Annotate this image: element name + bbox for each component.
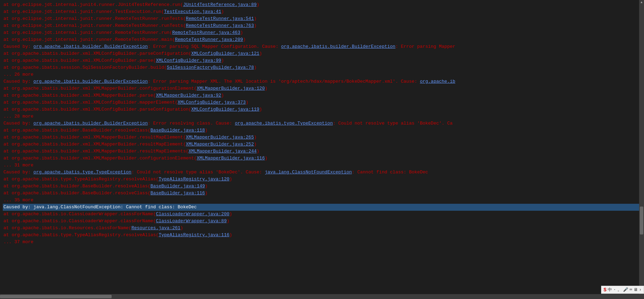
ime-toolbar: S 中 · 。 🎤 ⌨ 🖥 › [601, 286, 644, 294]
file-link[interactable]: ClassLoaderWrapper.java:200 [156, 211, 230, 217]
scroll-up-arrow[interactable]: ▲ [639, 0, 644, 5]
file-link[interactable]: TypeAliasRegistry.java:116 [159, 232, 230, 238]
method-text: org.apache.ibatis.builder.xml.XMLConfigB… [12, 100, 178, 105]
console-line-25: Caused by: org.apache.ibatis.type.TypeEx… [3, 169, 644, 176]
line-suffix: ) [254, 142, 257, 147]
exception-class-link[interactable]: org.apache.ibatis.builder.BuilderExcepti… [33, 121, 148, 126]
console-line-13: at org.apache.ibatis.builder.xml.XMLMapp… [3, 85, 644, 92]
method-text: org.apache.ibatis.builder.xml.XMLConfigB… [12, 58, 156, 63]
method-text: org.apache.ibatis.io.Resources.classForN… [12, 225, 131, 231]
console-line-24: ... 31 more [3, 162, 644, 169]
line-suffix: ) [246, 100, 248, 105]
console-line-11: ... 26 more [3, 71, 644, 78]
at-prefix: at [3, 37, 12, 42]
line-suffix: ) [180, 225, 183, 231]
console-line-29: ... 35 more [3, 197, 644, 204]
at-prefix: at [3, 65, 12, 70]
method-text: org.apache.ibatis.type.TypeAliasRegistry… [12, 177, 158, 182]
exception-middle-text: : Error resolving class. Cause: [148, 121, 235, 126]
horizontal-scrollbar[interactable] [0, 294, 644, 299]
file-link[interactable]: XMLConfigBuilder.java:373 [178, 100, 246, 105]
more-text: ... 26 more [3, 72, 33, 77]
ime-comma[interactable]: 。 [617, 287, 622, 293]
file-link[interactable]: BaseBuilder.java:118 [150, 128, 205, 133]
at-prefix: at [3, 135, 12, 140]
at-prefix: at [3, 86, 12, 91]
caused-by-prefix: Caused by: [3, 170, 33, 175]
at-prefix: at [3, 23, 12, 28]
console-line-5: at org.eclipse.jdt.internal.junit.runner… [3, 29, 644, 36]
exception-class-link2[interactable]: org.apache.ib [420, 79, 455, 84]
ime-mic[interactable]: 🎤 [623, 287, 628, 292]
vertical-scrollbar[interactable]: ▲ ▼ [639, 0, 644, 294]
at-prefix: at [3, 184, 12, 189]
console-line-7: Caused by: org.apache.ibatis.builder.Bui… [3, 43, 644, 50]
ime-keyboard[interactable]: ⌨ [630, 287, 632, 292]
file-link[interactable]: JUnit4TestReference.java:89 [183, 2, 257, 7]
more-text: ... 28 more [3, 114, 33, 119]
line-suffix: ) [240, 30, 243, 35]
more-text: ... 31 more [3, 163, 33, 168]
method-text: org.apache.ibatis.io.ClassLoaderWrapper.… [12, 218, 156, 224]
line-suffix: ) [227, 218, 230, 224]
file-link[interactable]: XMLConfigBuilder.java:121 [191, 51, 259, 56]
at-prefix: at [3, 100, 12, 105]
method-text: org.apache.ibatis.io.ClassLoaderWrapper.… [12, 211, 156, 217]
method-text: org.apache.ibatis.builder.xml.XMLMapperB… [12, 156, 197, 161]
at-prefix: at [3, 149, 12, 154]
console-line-22: at org.apache.ibatis.builder.xml.XMLMapp… [3, 148, 644, 155]
ime-screen[interactable]: 🖥 [634, 287, 638, 292]
method-text: org.apache.ibatis.builder.BaseBuilder.re… [12, 190, 150, 196]
exception-class-link[interactable]: org.apache.ibatis.builder.BuilderExcepti… [33, 79, 148, 84]
file-link[interactable]: BaseBuilder.java:116 [150, 190, 205, 196]
h-scroll-thumb[interactable] [0, 295, 112, 298]
file-link[interactable]: ClassLoaderWrapper.java:89 [156, 218, 227, 224]
scroll-thumb[interactable] [640, 207, 643, 234]
exception-class-link2[interactable]: org.apache.ibatis.type.TypeException [235, 121, 333, 126]
file-link[interactable]: BaseBuilder.java:149 [150, 184, 205, 189]
console-line-32: at org.apache.ibatis.io.ClassLoaderWrapp… [3, 218, 644, 225]
ime-arrow[interactable]: › [639, 287, 642, 292]
console-line-8: at org.apache.ibatis.builder.xml.XMLConf… [3, 50, 644, 57]
exception-class-link[interactable]: org.apache.ibatis.builder.BuilderExcepti… [33, 44, 148, 49]
file-link[interactable]: Resources.java:261 [132, 225, 180, 231]
console-line-31: at org.apache.ibatis.io.ClassLoaderWrapp… [3, 211, 644, 218]
method-text: org.apache.ibatis.builder.BaseBuilder.re… [12, 184, 150, 189]
ime-chinese[interactable]: 中 [608, 287, 612, 293]
file-link[interactable]: TypeAliasRegistry.java:120 [159, 177, 230, 182]
line-suffix: ) [221, 58, 224, 63]
console-line-20: at org.apache.ibatis.builder.xml.XMLMapp… [3, 134, 644, 141]
exception-middle-text: : Error parsing SQL Mapper Configuration… [148, 44, 281, 49]
line-suffix: ) [265, 86, 268, 91]
file-link[interactable]: XMLMapperBuilder.java:120 [197, 86, 265, 91]
method-text: org.eclipse.jdt.internal.junit.runner.Re… [12, 37, 175, 42]
file-link[interactable]: XMLMapperBuilder.java:265 [186, 135, 254, 140]
file-link[interactable]: XMLConfigBuilder.java:99 [156, 58, 221, 63]
file-link[interactable]: TestExecution.java:41 [164, 9, 221, 14]
file-link[interactable]: RemoteTestRunner.java:209 [175, 37, 243, 42]
line-suffix: ) [243, 37, 246, 42]
exception-class-link2[interactable]: java.lang.ClassNotFoundException [265, 170, 352, 175]
console-line-23: at org.apache.ibatis.builder.xml.XMLMapp… [3, 155, 644, 162]
file-link[interactable]: RemoteTestRunner.java:763 [186, 23, 254, 28]
file-link[interactable]: XMLMapperBuilder.java:244 [189, 149, 257, 154]
console-container[interactable]: at org.eclipse.jdt.internal.junit4.runne… [0, 0, 644, 299]
exception-class-link[interactable]: org.apache.ibatis.type.TypeException [33, 170, 132, 175]
exception-class-link2[interactable]: org.apache.ibatis.builder.BuilderExcepti… [281, 44, 396, 49]
at-prefix: at [3, 16, 12, 21]
at-prefix: at [3, 232, 12, 238]
line-suffix: ) [259, 51, 262, 56]
at-prefix: at [3, 218, 12, 224]
console-line-28: at org.apache.ibatis.builder.BaseBuilder… [3, 190, 644, 197]
file-link[interactable]: XMLMapperBuilder.java:116 [197, 156, 265, 161]
line-suffix: ) [259, 107, 262, 112]
line-suffix: ) [230, 211, 232, 217]
file-link[interactable]: XMLMapperBuilder.java:92 [156, 93, 221, 98]
file-link[interactable]: SqlSessionFactoryBuilder.java:78 [167, 65, 254, 70]
console-content: at org.eclipse.jdt.internal.junit4.runne… [0, 1, 644, 246]
file-link[interactable]: XMLMapperBuilder.java:252 [186, 142, 254, 147]
file-link[interactable]: RemoteTestRunner.java:463 [172, 30, 240, 35]
file-link[interactable]: RemoteTestRunner.java:541 [186, 16, 254, 21]
ime-dot[interactable]: · [613, 287, 616, 292]
file-link[interactable]: XMLConfigBuilder.java:119 [191, 107, 259, 112]
